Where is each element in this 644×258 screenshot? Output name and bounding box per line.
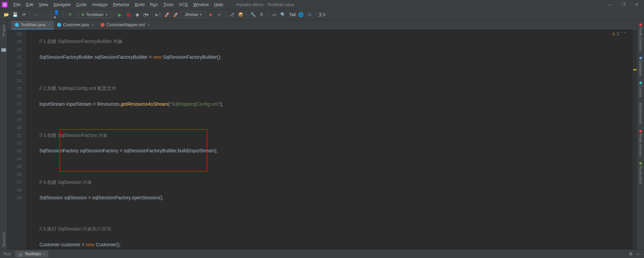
run-tab-label: TestMain xyxy=(25,252,41,256)
tab-label: CustomerMapper.xml xyxy=(107,22,145,27)
rocket-icon[interactable]: 🚀 xyxy=(163,11,171,18)
git-icon[interactable]: ⎇ xyxy=(228,11,236,18)
menu-help[interactable]: Help xyxy=(211,2,226,7)
menu-analyze[interactable]: Analyze xyxy=(89,2,110,7)
minimize-button[interactable]: — xyxy=(608,2,612,7)
stop-icon[interactable]: ■ xyxy=(207,11,214,18)
menu-tools[interactable]: Tools xyxy=(161,2,176,7)
code-content[interactable]: // 1.创建 SqlSessionFactoryBuilder 对象 SqlS… xyxy=(26,30,633,249)
right-tool-sidebar: Redis Explorer Database Codota RestServi… xyxy=(637,20,644,249)
close-icon[interactable]: × xyxy=(92,23,94,27)
menu-refactor[interactable]: Refactor xyxy=(110,2,132,7)
warning-marker[interactable] xyxy=(633,69,637,70)
tab-customer[interactable]: Customer.java × xyxy=(54,21,97,30)
java-class-icon xyxy=(57,23,61,27)
next-issue-icon[interactable]: ˅ xyxy=(624,32,626,36)
rocket2-icon[interactable]: 🚀 xyxy=(172,11,179,18)
left-tool-sidebar: Project Structure xyxy=(0,20,7,249)
web-icon[interactable]: 🌐 xyxy=(297,11,305,18)
block-icon[interactable]: ⊘ xyxy=(306,11,313,18)
close-icon[interactable]: × xyxy=(48,23,50,27)
run-label: Run: xyxy=(3,252,12,256)
add-user-icon[interactable]: 👤▾ xyxy=(54,11,61,18)
structure-tab[interactable]: Structure xyxy=(2,230,6,249)
app-logo: IJ xyxy=(2,2,7,7)
warning-count: 2 xyxy=(617,32,619,36)
run-config-label: TestMain xyxy=(86,12,104,17)
titlebar: IJ File Edit View Navigate Code Analyze … xyxy=(0,0,644,9)
java-class-icon xyxy=(15,23,19,27)
menu-vcs[interactable]: VCS xyxy=(176,2,191,7)
tab-label: Customer.java xyxy=(63,22,89,27)
folder-icon[interactable] xyxy=(1,48,6,52)
project-tab[interactable]: Project xyxy=(2,23,6,38)
prev-issue-icon[interactable]: ˄ xyxy=(620,32,622,36)
tab-label: TestMain.java xyxy=(21,22,45,27)
menu-code[interactable]: Code xyxy=(74,2,89,7)
settings-icon[interactable]: ⚙ xyxy=(629,251,633,256)
layout-icon[interactable]: ▭ xyxy=(271,11,278,18)
menu-edit[interactable]: Edit xyxy=(23,2,36,7)
tab-testmain[interactable]: TestMain.java × xyxy=(11,21,54,30)
window-title: mybatis-demo - TestMain.java xyxy=(236,2,294,7)
bottom-bar: Run: ▤ TestMain × ⚙ — xyxy=(0,249,644,258)
close-button[interactable]: ✕ xyxy=(635,2,639,7)
minimize-tool-icon[interactable]: — xyxy=(636,251,641,256)
inspection-status[interactable]: ⚠ 2 ˄ ˅ xyxy=(612,32,626,36)
sliders-icon[interactable]: 🎚 xyxy=(258,11,266,18)
database-tab[interactable]: Database xyxy=(639,55,643,78)
editor-tab-bar: TestMain.java × Customer.java × Customer… xyxy=(7,20,637,30)
right-margin xyxy=(633,30,637,249)
menu-run[interactable]: Run xyxy=(147,2,161,7)
run-icon[interactable]: ▶ xyxy=(116,11,123,18)
forward-icon[interactable]: → xyxy=(41,11,49,18)
jrebel-selector[interactable]: JRebel ▾ xyxy=(181,11,205,18)
debug-icon[interactable]: 🐞 xyxy=(125,11,132,18)
run-config-selector[interactable]: TestMain ▾ xyxy=(79,11,111,18)
back-icon[interactable]: ← xyxy=(33,11,40,18)
redis-servers-tab[interactable]: Redis Servers xyxy=(639,128,643,158)
coverage-icon[interactable]: ◉ xyxy=(133,11,141,18)
maximize-button[interactable]: ❐ xyxy=(621,2,626,7)
translate-icon[interactable]: 文A xyxy=(318,11,326,18)
menu-navigate[interactable]: Navigate xyxy=(51,2,73,7)
open-icon[interactable]: 📂 xyxy=(3,11,10,18)
close-icon[interactable]: × xyxy=(148,23,150,27)
menu-window[interactable]: Window xyxy=(191,2,211,7)
jrebel-label: JRebel xyxy=(185,12,198,17)
tail-label[interactable]: Tail xyxy=(289,12,296,17)
box-icon[interactable]: 📦 xyxy=(237,11,244,18)
save-icon[interactable]: 💾 xyxy=(11,11,19,18)
hammer-icon[interactable]: ⚒ xyxy=(66,11,74,18)
restful-tool-tab[interactable]: RestfulTool xyxy=(639,161,643,185)
run-tab-testmain[interactable]: ▤ TestMain × xyxy=(15,251,48,257)
profile-icon[interactable]: ◔▾ xyxy=(142,11,150,18)
run-tab-icon: ▤ xyxy=(18,252,23,256)
line-gutter: 1819202122232425262728293031323334353637… xyxy=(7,30,26,249)
close-icon[interactable]: × xyxy=(43,252,45,256)
main-toolbar: 📂 💾 ⟳ ← → 👤▾ ⚒ TestMain ▾ ▶ 🐞 ◉ ◔▾ ▶┆ 🚀 … xyxy=(0,9,644,20)
attach-icon[interactable]: ▶┆ xyxy=(155,11,162,18)
warning-icon: ⚠ xyxy=(612,32,615,36)
menu-file[interactable]: File xyxy=(11,2,23,7)
menu-view[interactable]: View xyxy=(36,2,51,7)
tab-mapper[interactable]: CustomerMapper.xml × xyxy=(97,21,153,30)
redis-explorer-tab[interactable]: Redis Explorer xyxy=(639,22,643,53)
rest-services-tab[interactable]: RestServices xyxy=(639,101,643,126)
xml-file-icon xyxy=(100,23,105,27)
codota-tab[interactable]: Codota xyxy=(639,80,643,98)
code-editor[interactable]: 1819202122232425262728293031323334353637… xyxy=(7,30,637,249)
search-icon[interactable]: 🔍 xyxy=(279,11,287,18)
menu-build[interactable]: Build xyxy=(132,2,147,7)
stop2-icon[interactable]: ■ xyxy=(216,11,223,18)
wrench-icon[interactable]: 🔧 xyxy=(249,11,257,18)
sync-icon[interactable]: ⟳ xyxy=(20,11,28,18)
